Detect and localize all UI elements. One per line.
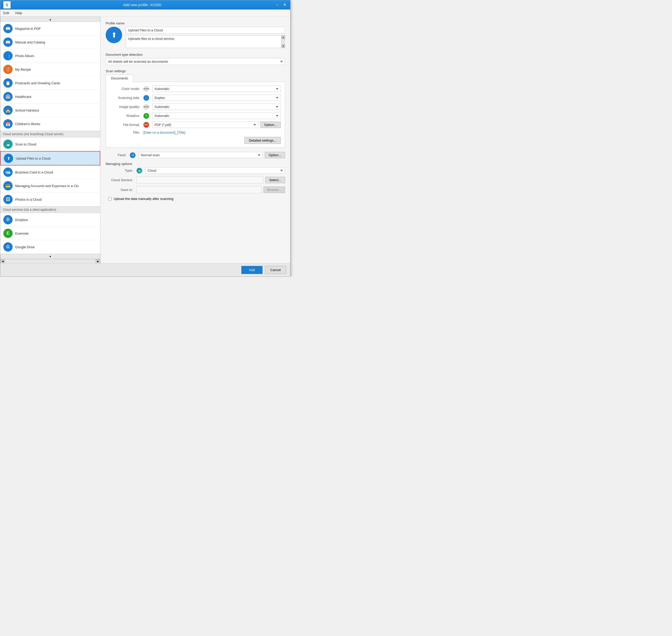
title-row: Title: [Date on a document]_[Title] (110, 131, 281, 134)
list-item[interactable]: 💳 Managing Accounts and Expenses in a Cl… (0, 179, 100, 193)
menu-help[interactable]: Help (14, 11, 23, 15)
list-item[interactable]: 🏥 Healthcare (0, 90, 100, 103)
feed-label: Feed: (105, 153, 126, 157)
detection-dropdown[interactable]: All sheets will be scanned as documents (105, 58, 285, 65)
cloud-service-label: Cloud Service: (105, 178, 136, 182)
feed-row: Feed: ↺ Normal scan Option... (105, 152, 285, 158)
feed-icon: ↺ (130, 152, 135, 158)
item-icon: 💳 (3, 181, 13, 191)
scroll-left-button[interactable]: ◀ (0, 259, 5, 263)
menu-edit[interactable]: Edit (2, 11, 10, 15)
scanning-side-control: ⬚ Duplex (143, 95, 281, 101)
desc-scroll-down[interactable]: ▼ (282, 44, 285, 48)
title-value[interactable]: [Date on a document]_[Title] (143, 131, 185, 134)
list-item[interactable]: ☁ Scan to Cloud (0, 138, 100, 151)
section-cloud-server-header: Cloud services (via ScanSnap Cloud serve… (0, 131, 100, 138)
list-item[interactable]: 🖼 Photos in a Cloud (0, 193, 100, 206)
profile-name-input[interactable] (126, 27, 285, 34)
cancel-button[interactable]: Cancel (265, 266, 286, 274)
image-quality-dropdown[interactable]: Automatic (152, 103, 281, 110)
file-format-option-button[interactable]: Option... (261, 122, 281, 128)
scroll-track (5, 259, 96, 263)
feed-option-button[interactable]: Option... (265, 152, 285, 158)
minimize-button[interactable]: – (275, 3, 280, 7)
title-bar-controls: – ✕ (275, 3, 287, 7)
color-mode-control: AUTO Automatic (143, 85, 281, 92)
upload-checkbox[interactable] (108, 197, 112, 200)
list-item[interactable]: 🏫 School Handout (0, 103, 100, 117)
type-dropdown[interactable]: Cloud (145, 167, 285, 174)
desc-container: Uploads files to a cloud service. ▲ ▼ (126, 35, 285, 48)
item-label: Business Card in a Cloud (15, 171, 53, 174)
close-button[interactable]: ✕ (282, 3, 287, 7)
type-control: ☁ Cloud (136, 167, 285, 174)
desc-scroll-up[interactable]: ▲ (282, 36, 285, 39)
right-panel: Profile name ⬆ Uploads files to a cloud … (100, 17, 290, 263)
item-label: Upload Files to a Cloud (16, 157, 51, 160)
color-mode-row: Color mode: AUTO Automatic (110, 85, 281, 92)
list-item[interactable]: 📅 Children's Works (0, 117, 100, 131)
scroll-up-button[interactable]: ▲ (0, 17, 100, 22)
scroll-down-button[interactable]: ▼ (0, 254, 100, 259)
item-label: Evernote (15, 232, 28, 235)
add-button[interactable]: Add (242, 266, 262, 274)
cloud-service-control: Select... (136, 176, 285, 183)
title-control: [Date on a document]_[Title] (143, 131, 281, 134)
rotation-label: Rotation: (110, 114, 143, 118)
item-label: Photos in a Cloud (15, 198, 42, 201)
item-icon: 🪪 (3, 167, 13, 177)
settings-box: Color mode: AUTO Automatic Scanning side… (105, 82, 285, 148)
save-to-control: Browse... (136, 186, 285, 193)
bottom-bar: Add Cancel (0, 263, 290, 277)
profile-text-fields: Uploads files to a cloud service. ▲ ▼ (126, 27, 285, 48)
color-mode-icon: AUTO (143, 86, 149, 92)
item-label: Manual and Catalog (15, 40, 45, 44)
list-item[interactable]: 📖 Magazine in PDF (0, 22, 100, 36)
scan-settings-section: Scan settings Documents Color mode: AUTO… (105, 69, 285, 148)
profile-list: 📖 Magazine in PDF 📖 Manual and Catalog 👥… (0, 22, 100, 254)
scroll-right-button[interactable]: ▶ (96, 259, 100, 263)
profile-list-container: 📖 Magazine in PDF 📖 Manual and Catalog 👥… (0, 22, 100, 254)
select-button[interactable]: Select... (265, 177, 285, 183)
color-mode-dropdown[interactable]: Automatic (152, 85, 281, 92)
item-label: School Handout (15, 108, 39, 112)
save-to-label: Save to: (105, 188, 136, 192)
item-icon: 🖼 (3, 195, 13, 204)
detection-section: Document type detection All sheets will … (105, 53, 285, 65)
rotation-dropdown[interactable]: Automatic (152, 113, 281, 119)
file-format-dropdown[interactable]: PDF (*.pdf) (152, 122, 258, 128)
horizontal-scrollbar[interactable]: ◀ ▶ (0, 259, 100, 263)
scanning-side-dropdown[interactable]: Duplex (152, 95, 281, 101)
file-format-icon: PDF (143, 122, 149, 128)
list-item[interactable]: G Google Drive (0, 240, 100, 254)
profile-desc-input[interactable]: Uploads files to a cloud service. (126, 35, 282, 48)
save-to-input[interactable] (136, 186, 262, 193)
item-icon: G (3, 242, 13, 252)
list-item[interactable]: 👥 Photo Album (0, 49, 100, 63)
list-item[interactable]: 🍴 My Recipe (0, 63, 100, 76)
list-item[interactable]: D Dropbox (0, 213, 100, 227)
item-icon: E (3, 229, 13, 238)
list-item[interactable]: 🪪 Business Card in a Cloud (0, 165, 100, 179)
image-quality-control: AUTO Automatic (143, 103, 281, 110)
detailed-settings-button[interactable]: Detailed settings... (245, 137, 281, 144)
list-item-selected[interactable]: ⬆ Upload Files to a Cloud (0, 151, 100, 165)
item-label: Dropbox (15, 218, 28, 222)
list-item[interactable]: E Evernote (0, 227, 100, 240)
feed-dropdown[interactable]: Normal scan (138, 152, 263, 158)
window-title: Add new profile: iX1500- (11, 3, 275, 7)
title-field-label: Title: (110, 131, 143, 134)
rotation-control: ↻ Automatic (143, 113, 281, 119)
managing-label: Managing options (105, 162, 285, 166)
list-item[interactable]: 📖 Manual and Catalog (0, 36, 100, 49)
cloud-service-input[interactable] (136, 176, 263, 183)
image-quality-icon: AUTO (143, 104, 149, 110)
item-icon: 🍴 (3, 65, 13, 74)
list-item[interactable]: 📋 Postcards and Greeting Cards (0, 76, 100, 90)
item-icon: 📅 (3, 119, 13, 128)
cloud-service-row: Cloud Service: Select... (105, 176, 285, 183)
tab-documents[interactable]: Documents (105, 75, 133, 82)
profile-name-section: ⬆ Uploads files to a cloud service. ▲ ▼ (105, 27, 285, 48)
detection-label: Document type detection (105, 53, 285, 57)
item-label: Photo Album (15, 54, 34, 58)
